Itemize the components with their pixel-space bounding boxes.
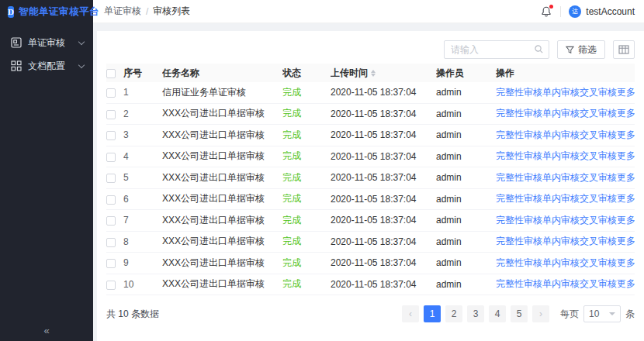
row-task-name: XXX公司进出口单据审核	[162, 277, 282, 291]
row-operator: admin	[436, 215, 496, 226]
row-upload-time: 2020-11-05 18:37:04	[331, 194, 436, 205]
collapse-icon: «	[43, 325, 49, 336]
action-link[interactable]: 单内审核	[542, 257, 580, 270]
row-check-cell	[106, 215, 123, 226]
next-page-button[interactable]: ›	[532, 305, 549, 322]
action-link[interactable]: 更多	[617, 129, 635, 142]
action-link[interactable]: 单内审核	[542, 277, 580, 291]
action-link[interactable]: 交叉审核	[580, 277, 617, 291]
action-link[interactable]: 完整性审核	[496, 107, 542, 120]
column-settings-button[interactable]	[613, 40, 635, 59]
row-actions: 完整性审核单内审核交叉审核更多	[496, 86, 635, 99]
row-task-name: XXX公司进出口单据审核	[162, 235, 282, 248]
page-button[interactable]: 5	[511, 305, 528, 322]
action-link[interactable]: 更多	[617, 86, 635, 99]
username: testAccount	[586, 6, 635, 17]
action-link[interactable]: 更多	[617, 107, 635, 120]
row-index: 10	[123, 279, 162, 290]
action-link[interactable]: 更多	[617, 150, 635, 163]
row-checkbox[interactable]	[106, 110, 116, 119]
action-link[interactable]: 更多	[617, 192, 635, 205]
action-link[interactable]: 交叉审核	[580, 150, 617, 163]
row-status: 完成	[282, 257, 331, 270]
action-link[interactable]: 更多	[617, 235, 635, 248]
action-link[interactable]: 完整性审核	[496, 277, 542, 291]
action-link[interactable]: 单内审核	[542, 192, 580, 205]
notification-bell-button[interactable]	[540, 5, 552, 18]
header-time: 上传时间	[331, 67, 436, 80]
row-operator: admin	[436, 236, 496, 247]
app-logo: D 智能单证审核平台	[0, 0, 93, 23]
action-link[interactable]: 单内审核	[542, 129, 580, 142]
page-button[interactable]: 2	[445, 305, 462, 322]
action-link[interactable]: 交叉审核	[580, 129, 617, 142]
grid-icon	[11, 60, 22, 71]
action-link[interactable]: 完整性审核	[496, 171, 542, 184]
action-link[interactable]: 交叉审核	[580, 192, 617, 205]
row-checkbox[interactable]	[106, 195, 116, 205]
row-actions: 完整性审核单内审核交叉审核更多	[496, 277, 635, 291]
breadcrumb-parent[interactable]: 单证审核	[104, 5, 141, 18]
action-link[interactable]: 单内审核	[542, 150, 580, 163]
row-status: 完成	[282, 150, 331, 163]
action-link[interactable]: 完整性审核	[496, 150, 542, 163]
row-check-cell	[106, 194, 123, 205]
row-index: 6	[123, 194, 162, 205]
action-link[interactable]: 交叉审核	[580, 235, 617, 248]
header-status: 状态	[282, 67, 331, 80]
action-link[interactable]: 交叉审核	[580, 214, 617, 227]
sidebar-item-review[interactable]: 单证审核	[0, 31, 93, 54]
filter-button[interactable]: 筛选	[557, 40, 605, 59]
action-link[interactable]: 单内审核	[542, 107, 580, 120]
row-checkbox[interactable]	[106, 259, 116, 268]
action-link[interactable]: 完整性审核	[496, 235, 542, 248]
action-link[interactable]: 更多	[617, 277, 635, 291]
total-count: 共 10 条数据	[106, 308, 159, 321]
sidebar-collapse-button[interactable]: «	[0, 319, 93, 341]
action-link[interactable]: 完整性审核	[496, 192, 542, 205]
action-link[interactable]: 交叉审核	[580, 257, 617, 270]
row-checkbox[interactable]	[106, 131, 116, 140]
action-link[interactable]: 完整性审核	[496, 214, 542, 227]
action-link[interactable]: 单内审核	[542, 86, 580, 99]
select-all-checkbox[interactable]	[106, 69, 116, 78]
action-link[interactable]: 单内审核	[542, 171, 580, 184]
row-checkbox[interactable]	[106, 281, 116, 290]
sidebar-item-label: 文档配置	[28, 60, 65, 73]
action-link[interactable]: 交叉审核	[580, 107, 617, 120]
row-actions: 完整性审核单内审核交叉审核更多	[496, 150, 635, 163]
page-button[interactable]: 3	[467, 305, 484, 322]
per-page-select[interactable]: 10	[583, 305, 621, 322]
user-menu[interactable]: 达 testAccount	[569, 5, 635, 18]
action-link[interactable]: 单内审核	[542, 214, 580, 227]
page-button[interactable]: 1	[424, 305, 441, 322]
table-row: 8XXX公司进出口单据审核完成2020-11-05 18:37:04admin完…	[106, 232, 635, 253]
sort-icon[interactable]	[371, 70, 376, 77]
row-checkbox[interactable]	[106, 216, 116, 226]
prev-page-button[interactable]: ‹	[402, 305, 419, 322]
per-page-value: 10	[589, 308, 599, 319]
action-link[interactable]: 交叉审核	[580, 86, 617, 99]
row-checkbox[interactable]	[106, 88, 116, 98]
action-link[interactable]: 完整性审核	[496, 129, 542, 142]
row-check-cell	[106, 172, 123, 183]
action-link[interactable]: 更多	[617, 171, 635, 184]
action-link[interactable]: 完整性审核	[496, 86, 542, 99]
action-link[interactable]: 完整性审核	[496, 257, 542, 270]
action-link[interactable]: 交叉审核	[580, 171, 617, 184]
page-buttons: 12345	[424, 305, 528, 322]
row-actions: 完整性审核单内审核交叉审核更多	[496, 129, 635, 142]
row-operator: admin	[436, 257, 496, 268]
row-checkbox[interactable]	[106, 174, 116, 183]
row-status: 完成	[282, 107, 331, 120]
topbar-divider	[560, 6, 561, 17]
sidebar-item-config[interactable]: 文档配置	[0, 54, 93, 78]
page-button[interactable]: 4	[489, 305, 506, 322]
action-link[interactable]: 更多	[617, 257, 635, 270]
sidebar: D 智能单证审核平台 单证审核 文档配置	[0, 0, 93, 341]
action-link[interactable]: 单内审核	[542, 235, 580, 248]
header-name: 任务名称	[162, 67, 282, 80]
row-checkbox[interactable]	[106, 238, 116, 247]
row-checkbox[interactable]	[106, 153, 116, 162]
action-link[interactable]: 更多	[617, 214, 635, 227]
